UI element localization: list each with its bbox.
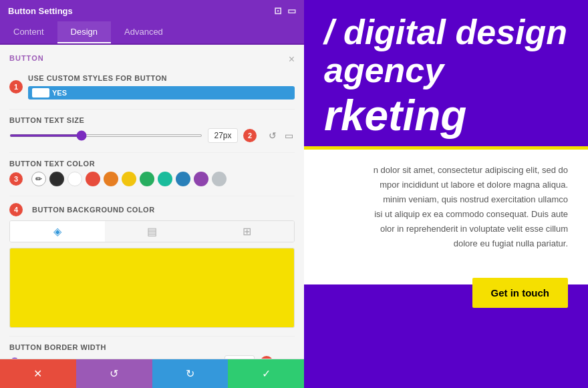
toggle-knob	[32, 88, 49, 98]
cancel-button[interactable]: ✕	[0, 359, 76, 388]
panel-footer: ✕ ↺ ↻ ✓	[0, 359, 304, 388]
divider-2	[9, 152, 295, 153]
bg-color-preview[interactable]	[9, 248, 295, 328]
color-picker-solid-tab[interactable]: ◈	[10, 221, 105, 242]
text-size-control: 27px 2 ↺ ▭	[9, 128, 295, 143]
swatch-yellow[interactable]	[122, 172, 136, 186]
swatch-dark[interactable]	[49, 172, 64, 186]
swatch-gray[interactable]	[212, 172, 227, 186]
text-size-label: Button Text Size	[9, 116, 295, 124]
swatch-green[interactable]	[140, 172, 154, 186]
color-picker-gradient-tab[interactable]: ▤	[105, 221, 200, 242]
border-width-label: Button Border Width	[9, 343, 295, 351]
text-color-swatches: 3 ✏	[9, 172, 295, 186]
panel-title: Button Settings	[8, 6, 73, 16]
panel-tabs: Content Design Advanced	[0, 21, 304, 45]
swatch-teal[interactable]	[158, 172, 172, 186]
tab-content[interactable]: Content	[0, 21, 57, 43]
undo-button[interactable]: ↺	[76, 359, 152, 388]
section-button-label: Button	[9, 54, 44, 62]
color-picker-image-tab[interactable]: ⊞	[199, 221, 294, 242]
custom-styles-toggle[interactable]: YES	[28, 86, 295, 100]
tab-design[interactable]: Design	[57, 21, 111, 43]
custom-styles-label: Use Custom Styles for Button	[28, 74, 295, 82]
bg-color-section: 4 Button Background Color ◈ ▤ ⊞	[9, 203, 295, 328]
panel-header-icons: ⊡ ▭	[274, 5, 296, 16]
collapse-icon[interactable]: ▭	[287, 5, 296, 16]
text-size-slider[interactable]	[9, 134, 202, 137]
hero-title-line2: rketing	[324, 92, 568, 139]
slider-with-badge	[9, 134, 202, 137]
toggle-yes-label: YES	[52, 89, 67, 97]
text-size-row: Button Text Size 27px 2 ↺ ▭	[9, 116, 295, 143]
panel-body: Button × 1 Use Custom Styles for Button …	[0, 45, 304, 359]
text-size-device-button[interactable]: ▭	[283, 129, 295, 142]
swatch-orange[interactable]	[104, 172, 118, 186]
divider-3	[9, 196, 295, 196]
divider-1	[9, 109, 295, 110]
swatch-purple[interactable]	[194, 172, 208, 186]
step-badge-4: 4	[9, 203, 23, 216]
text-color-row: Button Text Color 3 ✏	[9, 160, 295, 186]
cta-button[interactable]: Get in touch	[472, 278, 569, 308]
divider-4	[9, 336, 295, 337]
tab-advanced[interactable]: Advanced	[111, 21, 176, 43]
save-button[interactable]: ✓	[228, 359, 304, 388]
website-preview: / digital design agency rketing n dolor …	[304, 0, 588, 388]
preview-content: n dolor sit amet, consectetur adipiscing…	[304, 150, 588, 285]
body-text: n dolor sit amet, consectetur adipiscing…	[324, 163, 568, 252]
color-picker-tabs: ◈ ▤ ⊞	[9, 220, 295, 242]
close-section-button[interactable]: ×	[289, 53, 295, 65]
button-settings-panel: Button Settings ⊡ ▭ Content Design Advan…	[0, 0, 304, 388]
hero-section: / digital design agency rketing	[304, 0, 588, 140]
swatch-white[interactable]	[67, 172, 82, 186]
eyedropper-icon[interactable]: ✏	[31, 172, 46, 186]
swatch-red[interactable]	[86, 172, 100, 186]
fullscreen-icon[interactable]: ⊡	[274, 5, 282, 16]
border-width-row: Button Border Width 0px 5 ↺	[9, 343, 295, 359]
text-size-value[interactable]: 27px	[208, 128, 238, 143]
step-badge-3: 3	[9, 172, 23, 186]
text-color-label: Button Text Color	[9, 160, 295, 168]
custom-styles-row: 1 Use Custom Styles for Button YES	[9, 74, 295, 100]
step-badge-2: 2	[243, 129, 257, 142]
step-badge-1: 1	[9, 80, 23, 93]
panel-header: Button Settings ⊡ ▭	[0, 0, 304, 21]
bg-color-label: Button Background Color	[32, 206, 155, 214]
swatch-blue[interactable]	[176, 172, 190, 186]
hero-title-line1: / digital design agency	[324, 13, 568, 89]
redo-button[interactable]: ↻	[152, 359, 229, 388]
text-size-reset-button[interactable]: ↺	[267, 129, 278, 142]
